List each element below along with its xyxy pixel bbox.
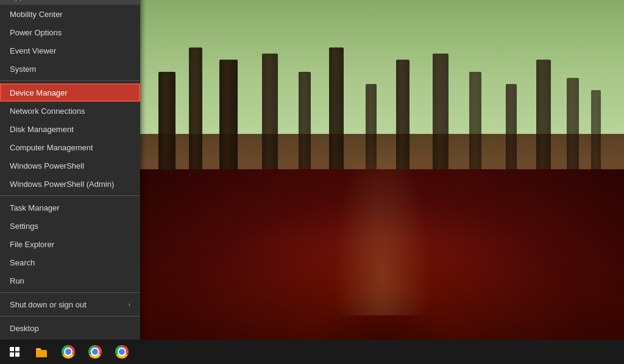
svg-rect-3 — [15, 352, 20, 357]
menu-item-system[interactable]: System — [0, 60, 140, 78]
menu-item-windows-powershell-admin[interactable]: Windows PowerShell (Admin) — [0, 175, 140, 193]
menu-separator — [0, 316, 140, 317]
menu-item-power-options[interactable]: Power Options — [0, 23, 140, 41]
menu-item-event-viewer[interactable]: Event Viewer — [0, 41, 140, 60]
menu-item-desktop[interactable]: Desktop — [0, 319, 140, 337]
svg-rect-2 — [10, 352, 14, 357]
svg-rect-1 — [15, 347, 20, 351]
start-button[interactable] — [2, 340, 27, 364]
menu-item-shut-down-or-sign-out[interactable]: Shut down or sign out› — [0, 295, 140, 313]
menu-item-task-manager[interactable]: Task Manager — [0, 198, 140, 217]
submenu-arrow-icon: › — [128, 301, 130, 308]
chrome-taskbar-icon-3[interactable] — [110, 340, 134, 364]
menu-item-file-explorer[interactable]: File Explorer — [0, 235, 140, 253]
menu-item-network-connections[interactable]: Network Connections — [0, 102, 140, 120]
file-explorer-taskbar-icon[interactable] — [29, 340, 54, 364]
menu-item-computer-management[interactable]: Computer Management — [0, 138, 140, 156]
context-menu: Apps and FeaturesMobility CenterPower Op… — [0, 0, 140, 340]
svg-rect-0 — [10, 347, 14, 351]
menu-item-mobility-center[interactable]: Mobility Center — [0, 5, 140, 23]
menu-item-apps-features[interactable]: Apps and Features — [0, 0, 140, 5]
menu-separator — [0, 292, 140, 293]
chrome-taskbar-icon-2[interactable] — [83, 340, 107, 364]
menu-item-disk-management[interactable]: Disk Management — [0, 120, 140, 138]
menu-item-windows-powershell[interactable]: Windows PowerShell — [0, 156, 140, 175]
menu-item-search[interactable]: Search — [0, 253, 140, 271]
menu-separator — [0, 80, 140, 81]
desktop-wallpaper — [140, 0, 624, 364]
menu-separator — [0, 195, 140, 196]
taskbar — [0, 340, 624, 364]
menu-item-run[interactable]: Run — [0, 271, 140, 290]
svg-rect-4 — [36, 350, 47, 357]
menu-item-device-manager[interactable]: Device Manager — [0, 83, 140, 102]
menu-item-settings[interactable]: Settings — [0, 217, 140, 235]
chrome-taskbar-icon-1[interactable] — [56, 340, 80, 364]
